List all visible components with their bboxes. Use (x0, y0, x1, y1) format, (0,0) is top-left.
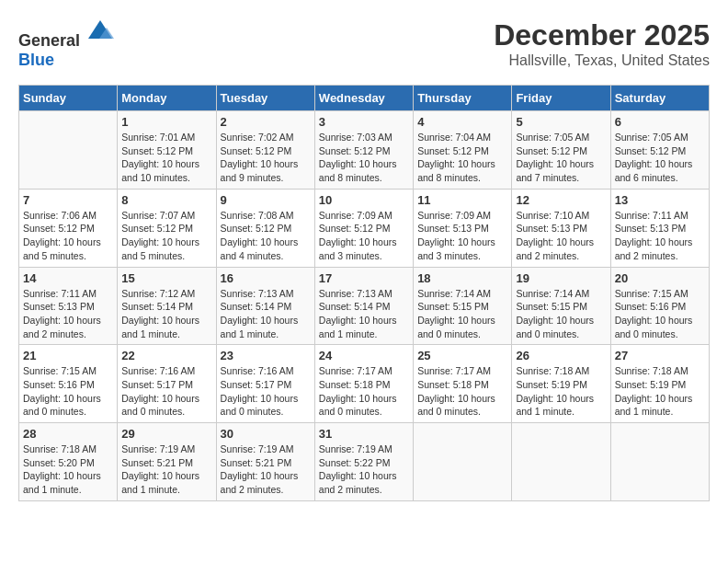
day-info: Sunrise: 7:15 AMSunset: 5:16 PMDaylight:… (615, 287, 705, 341)
calendar-cell: 21Sunrise: 7:15 AMSunset: 5:16 PMDayligh… (19, 345, 118, 423)
day-number: 9 (221, 193, 311, 207)
calendar-cell: 28Sunrise: 7:18 AMSunset: 5:20 PMDayligh… (19, 423, 118, 501)
calendar-cell: 12Sunrise: 7:10 AMSunset: 5:13 PMDayligh… (512, 189, 610, 267)
calendar-cell: 6Sunrise: 7:05 AMSunset: 5:12 PMDaylight… (610, 111, 709, 190)
day-header-wednesday: Wednesday (314, 86, 413, 111)
calendar-cell: 5Sunrise: 7:05 AMSunset: 5:12 PMDaylight… (512, 111, 610, 190)
week-row-1: 7Sunrise: 7:06 AMSunset: 5:12 PMDaylight… (19, 189, 710, 267)
calendar-cell: 10Sunrise: 7:09 AMSunset: 5:12 PMDayligh… (314, 189, 413, 267)
day-number: 1 (121, 115, 211, 129)
day-info: Sunrise: 7:16 AMSunset: 5:17 PMDaylight:… (221, 364, 311, 419)
day-number: 6 (615, 115, 705, 129)
day-number: 15 (121, 271, 211, 285)
week-row-2: 14Sunrise: 7:11 AMSunset: 5:13 PMDayligh… (19, 267, 710, 345)
day-number: 30 (221, 427, 311, 441)
day-number: 7 (23, 193, 113, 207)
day-number: 25 (417, 349, 507, 362)
day-number: 8 (121, 193, 211, 207)
day-info: Sunrise: 7:04 AMSunset: 5:12 PMDaylight:… (417, 131, 507, 185)
day-number: 28 (23, 427, 113, 441)
day-number: 11 (417, 193, 507, 207)
page-header: General Blue December 2025 Hallsville, T… (18, 18, 710, 70)
day-info: Sunrise: 7:11 AMSunset: 5:13 PMDaylight:… (615, 209, 705, 263)
day-header-monday: Monday (118, 86, 216, 111)
day-number: 18 (417, 271, 507, 285)
calendar-cell: 3Sunrise: 7:03 AMSunset: 5:12 PMDaylight… (314, 111, 413, 190)
calendar-cell: 17Sunrise: 7:13 AMSunset: 5:14 PMDayligh… (314, 267, 413, 345)
calendar-cell (610, 423, 709, 501)
calendar-cell: 14Sunrise: 7:11 AMSunset: 5:13 PMDayligh… (19, 267, 118, 345)
day-info: Sunrise: 7:05 AMSunset: 5:12 PMDaylight:… (615, 131, 705, 185)
day-info: Sunrise: 7:18 AMSunset: 5:19 PMDaylight:… (615, 364, 705, 419)
logo-blue: Blue (18, 51, 54, 69)
day-info: Sunrise: 7:10 AMSunset: 5:13 PMDaylight:… (516, 209, 606, 263)
calendar-cell: 31Sunrise: 7:19 AMSunset: 5:22 PMDayligh… (314, 423, 413, 501)
calendar-cell: 29Sunrise: 7:19 AMSunset: 5:21 PMDayligh… (118, 423, 216, 501)
day-info: Sunrise: 7:15 AMSunset: 5:16 PMDaylight:… (23, 364, 113, 419)
day-number: 24 (319, 349, 409, 362)
day-info: Sunrise: 7:11 AMSunset: 5:13 PMDaylight:… (23, 287, 113, 341)
day-info: Sunrise: 7:06 AMSunset: 5:12 PMDaylight:… (23, 209, 113, 263)
day-number: 12 (516, 193, 606, 207)
day-header-friday: Friday (512, 86, 610, 111)
calendar-table: SundayMondayTuesdayWednesdayThursdayFrid… (18, 85, 710, 501)
calendar-cell (512, 423, 610, 501)
day-number: 22 (121, 349, 211, 362)
day-info: Sunrise: 7:13 AMSunset: 5:14 PMDaylight:… (221, 287, 311, 341)
calendar-cell: 26Sunrise: 7:18 AMSunset: 5:19 PMDayligh… (512, 345, 610, 423)
day-info: Sunrise: 7:17 AMSunset: 5:18 PMDaylight:… (417, 364, 507, 419)
calendar-cell: 13Sunrise: 7:11 AMSunset: 5:13 PMDayligh… (610, 189, 709, 267)
day-header-tuesday: Tuesday (216, 86, 314, 111)
day-info: Sunrise: 7:18 AMSunset: 5:19 PMDaylight:… (516, 364, 606, 419)
calendar-cell: 1Sunrise: 7:01 AMSunset: 5:12 PMDaylight… (118, 111, 216, 190)
day-number: 2 (221, 115, 311, 129)
day-info: Sunrise: 7:07 AMSunset: 5:12 PMDaylight:… (121, 209, 211, 263)
calendar-cell: 2Sunrise: 7:02 AMSunset: 5:12 PMDaylight… (216, 111, 314, 190)
calendar-cell: 18Sunrise: 7:14 AMSunset: 5:15 PMDayligh… (414, 267, 512, 345)
calendar-cell: 9Sunrise: 7:08 AMSunset: 5:12 PMDaylight… (216, 189, 314, 267)
day-number: 27 (615, 349, 705, 362)
day-number: 21 (23, 349, 113, 362)
day-header-saturday: Saturday (610, 86, 709, 111)
logo: General Blue (18, 18, 114, 70)
day-number: 16 (221, 271, 311, 285)
day-header-sunday: Sunday (19, 86, 118, 111)
calendar-cell: 7Sunrise: 7:06 AMSunset: 5:12 PMDaylight… (19, 189, 118, 267)
day-info: Sunrise: 7:05 AMSunset: 5:12 PMDaylight:… (516, 131, 606, 185)
calendar-cell: 22Sunrise: 7:16 AMSunset: 5:17 PMDayligh… (118, 345, 216, 423)
day-number: 17 (319, 271, 409, 285)
week-row-0: 1Sunrise: 7:01 AMSunset: 5:12 PMDaylight… (19, 111, 710, 190)
calendar-cell: 24Sunrise: 7:17 AMSunset: 5:18 PMDayligh… (314, 345, 413, 423)
calendar-cell: 20Sunrise: 7:15 AMSunset: 5:16 PMDayligh… (610, 267, 709, 345)
day-number: 3 (319, 115, 409, 129)
week-row-4: 28Sunrise: 7:18 AMSunset: 5:20 PMDayligh… (19, 423, 710, 501)
logo-icon (86, 18, 114, 46)
week-row-3: 21Sunrise: 7:15 AMSunset: 5:16 PMDayligh… (19, 345, 710, 423)
calendar-cell: 19Sunrise: 7:14 AMSunset: 5:15 PMDayligh… (512, 267, 610, 345)
day-info: Sunrise: 7:13 AMSunset: 5:14 PMDaylight:… (319, 287, 409, 341)
day-number: 19 (516, 271, 606, 285)
day-info: Sunrise: 7:19 AMSunset: 5:21 PMDaylight:… (121, 442, 211, 497)
day-info: Sunrise: 7:16 AMSunset: 5:17 PMDaylight:… (121, 364, 211, 419)
day-info: Sunrise: 7:09 AMSunset: 5:12 PMDaylight:… (319, 209, 409, 263)
calendar-cell: 11Sunrise: 7:09 AMSunset: 5:13 PMDayligh… (414, 189, 512, 267)
day-info: Sunrise: 7:19 AMSunset: 5:21 PMDaylight:… (221, 442, 311, 497)
day-info: Sunrise: 7:18 AMSunset: 5:20 PMDaylight:… (23, 442, 113, 497)
day-number: 13 (615, 193, 705, 207)
page-title: December 2025 (494, 18, 710, 52)
day-number: 23 (221, 349, 311, 362)
calendar-cell: 27Sunrise: 7:18 AMSunset: 5:19 PMDayligh… (610, 345, 709, 423)
day-number: 4 (417, 115, 507, 129)
day-info: Sunrise: 7:14 AMSunset: 5:15 PMDaylight:… (417, 287, 507, 341)
day-info: Sunrise: 7:12 AMSunset: 5:14 PMDaylight:… (121, 287, 211, 341)
day-number: 26 (516, 349, 606, 362)
calendar-cell (19, 111, 118, 190)
calendar-cell: 8Sunrise: 7:07 AMSunset: 5:12 PMDaylight… (118, 189, 216, 267)
day-info: Sunrise: 7:01 AMSunset: 5:12 PMDaylight:… (121, 131, 211, 185)
calendar-cell: 15Sunrise: 7:12 AMSunset: 5:14 PMDayligh… (118, 267, 216, 345)
day-number: 31 (319, 427, 409, 441)
logo-general: General (18, 31, 80, 50)
calendar-cell: 30Sunrise: 7:19 AMSunset: 5:21 PMDayligh… (216, 423, 314, 501)
calendar-cell: 4Sunrise: 7:04 AMSunset: 5:12 PMDaylight… (414, 111, 512, 190)
logo-text: General Blue (18, 18, 114, 70)
